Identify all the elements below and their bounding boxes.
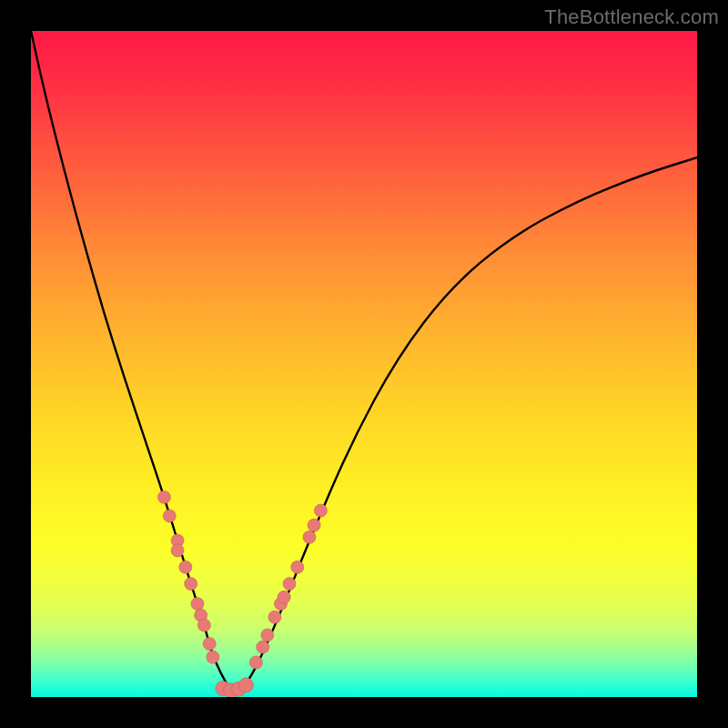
curve-markers: [157, 490, 327, 697]
data-marker: [278, 591, 290, 603]
chart-svg: [31, 31, 697, 697]
data-marker: [283, 578, 296, 591]
data-marker: [157, 490, 170, 503]
plot-area: [31, 31, 697, 697]
data-marker: [179, 561, 192, 573]
data-marker: [207, 651, 219, 663]
data-marker: [268, 611, 281, 623]
data-marker: [249, 656, 262, 669]
data-marker: [185, 578, 197, 591]
data-marker: [303, 531, 316, 543]
data-marker: [261, 629, 274, 642]
data-marker: [163, 510, 176, 522]
data-marker: [291, 561, 304, 573]
data-marker: [197, 619, 210, 632]
data-marker: [257, 641, 269, 653]
data-marker: [191, 598, 204, 611]
data-marker: [238, 678, 253, 693]
data-marker: [314, 504, 327, 517]
chart-frame: TheBottleneck.com: [0, 0, 728, 728]
data-marker: [203, 637, 216, 650]
bottleneck-curve: [31, 31, 697, 691]
watermark-text: TheBottleneck.com: [544, 5, 719, 29]
data-marker: [308, 519, 320, 531]
data-marker: [171, 544, 184, 557]
